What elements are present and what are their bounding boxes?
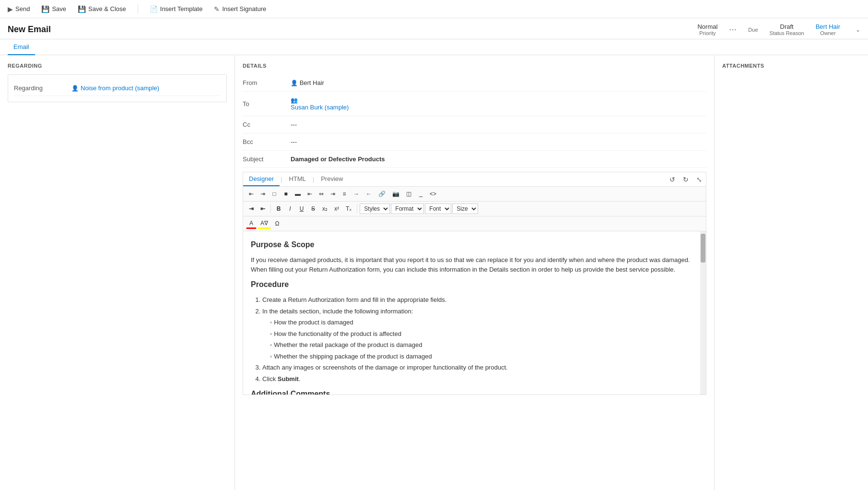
from-label: From xyxy=(243,79,291,86)
regarding-link-text: Noise from product (sample) xyxy=(81,84,159,92)
header-chevron-icon[interactable]: ⌄ xyxy=(856,26,860,33)
editor-scrollbar[interactable] xyxy=(700,231,706,394)
fmt-btn-2[interactable]: ⇥ xyxy=(258,189,268,199)
step2: In the details section, include the foll… xyxy=(262,307,698,361)
fmt-underline[interactable]: U xyxy=(296,203,307,214)
to-contact-icon: 👥 xyxy=(291,97,298,104)
bcc-label: Bcc xyxy=(243,138,291,145)
toolbar-separator xyxy=(138,4,138,14)
save-close-button[interactable]: 💾 Save & Close xyxy=(76,4,128,14)
editor-actions: ↺ ↻ ⤡ xyxy=(668,175,706,184)
fmt-subscript[interactable]: x₂ xyxy=(319,203,330,214)
editor-tab-preview[interactable]: Preview xyxy=(315,172,349,186)
status-meta: Draft Status Reason xyxy=(770,23,804,36)
editor-scroll-area: Purpose & Scope If you receive damaged p… xyxy=(243,231,706,394)
send-icon: ▶ xyxy=(8,5,13,13)
fmt-strikethrough[interactable]: S xyxy=(308,203,318,214)
step1: Create a Return Authorization form and f… xyxy=(262,295,698,305)
fmt-btn-link[interactable]: 🔗 xyxy=(375,189,388,199)
size-select[interactable]: Size xyxy=(452,203,478,214)
scrollbar-thumb[interactable] xyxy=(701,234,705,263)
fmt-omega[interactable]: Ω xyxy=(272,218,282,229)
tab-email[interactable]: Email xyxy=(8,39,35,55)
bullet1: How the product is damaged xyxy=(270,318,698,327)
redo-button[interactable]: ↻ xyxy=(681,175,691,184)
main-content: REGARDING Regarding 👤 Noise from product… xyxy=(0,55,868,490)
fmt-btn-outdent[interactable]: ← xyxy=(363,189,375,199)
regarding-link[interactable]: 👤 Noise from product (sample) xyxy=(71,84,221,92)
bcc-value[interactable]: --- xyxy=(291,138,706,145)
bcc-field-row: Bcc --- xyxy=(243,133,706,151)
regarding-field-row: Regarding 👤 Noise from product (sample) xyxy=(14,81,221,96)
undo-button[interactable]: ↺ xyxy=(668,175,677,184)
fmt-btn-html[interactable]: <> xyxy=(427,189,439,199)
fmt-btn-indent[interactable]: → xyxy=(351,189,362,199)
to-value[interactable]: 👥 Susan Burk (sample) xyxy=(291,96,706,111)
more-options-button[interactable]: ⋯ xyxy=(729,25,737,34)
regarding-field-label: Regarding xyxy=(14,84,71,92)
top-toolbar: ▶ Send 💾 Save 💾 Save & Close 📄 Insert Te… xyxy=(0,0,868,18)
format-select[interactable]: Format xyxy=(391,203,424,214)
subject-text: Damaged or Defective Products xyxy=(291,155,385,163)
cc-field-row: Cc --- xyxy=(243,116,706,133)
status-label: Status Reason xyxy=(770,30,804,36)
editor-tab-sep2: | xyxy=(312,176,315,183)
expand-button[interactable]: ⤡ xyxy=(694,175,704,184)
editor-tab-html[interactable]: HTML xyxy=(283,172,311,186)
send-label: Send xyxy=(15,5,30,12)
fmt-btn-5[interactable]: ▬ xyxy=(292,189,304,199)
regarding-field-value: 👤 Noise from product (sample) xyxy=(71,84,221,92)
fmt-font-color[interactable]: A xyxy=(246,218,257,229)
to-link[interactable]: Susan Burk (sample) xyxy=(291,104,706,111)
fmt-superscript[interactable]: x² xyxy=(331,203,342,214)
fmt-italic[interactable]: I xyxy=(285,203,295,214)
save-close-label: Save & Close xyxy=(88,5,126,12)
insert-signature-button[interactable]: ✎ Insert Signature xyxy=(212,4,268,14)
fmt-sep-2 xyxy=(357,204,357,213)
fmt-btn-align-left[interactable]: ⇤ xyxy=(305,189,315,199)
fmt-btn-3[interactable]: □ xyxy=(269,189,280,199)
fmt-btn-1[interactable]: ⇤ xyxy=(246,189,257,199)
fmt-btn-align-right[interactable]: ⇥ xyxy=(328,189,338,199)
send-button[interactable]: ▶ Send xyxy=(6,4,32,14)
from-person-icon: 👤 xyxy=(291,80,298,86)
save-label: Save xyxy=(52,5,66,12)
format-toolbar-row2: A A∇ Ω xyxy=(243,216,706,231)
format-toolbar-icons: ⇤ ⇥ □ ■ ▬ ⇤ ⇔ ⇥ ≡ → ← 🔗 📷 ◫ ⎯ <> xyxy=(243,187,706,202)
fmt-sep-1 xyxy=(270,204,271,213)
priority-meta: Normal Priority xyxy=(697,23,717,36)
cc-value[interactable]: --- xyxy=(291,121,706,128)
subject-field-row: Subject Damaged or Defective Products xyxy=(243,151,706,168)
fmt-btn-image[interactable]: 📷 xyxy=(389,189,402,199)
fmt-bold[interactable]: B xyxy=(273,203,284,214)
signature-icon: ✎ xyxy=(214,5,220,13)
fmt-btn-hr[interactable]: ⎯ xyxy=(415,189,426,199)
step3: Attach any images or screenshots of the … xyxy=(262,363,698,372)
owner-link[interactable]: Bert Hair xyxy=(816,23,840,30)
insert-template-button[interactable]: 📄 Insert Template xyxy=(148,4,205,14)
save-button[interactable]: 💾 Save xyxy=(39,4,68,14)
email-body[interactable]: Purpose & Scope If you receive damaged p… xyxy=(243,231,706,394)
fmt-btn-justify[interactable]: ≡ xyxy=(339,189,350,199)
font-select[interactable]: Font xyxy=(425,203,451,214)
bullet-list: How the product is damaged How the funct… xyxy=(262,318,698,361)
styles-select[interactable]: Styles xyxy=(360,203,390,214)
step4-prefix: Click xyxy=(262,375,278,382)
body-paragraph1: If you receive damaged products, it is i… xyxy=(251,255,698,274)
to-name: Susan Burk (sample) xyxy=(291,104,349,111)
fmt-btn-table[interactable]: ◫ xyxy=(403,189,414,199)
to-field-row: To 👥 Susan Burk (sample) xyxy=(243,92,706,116)
editor-tab-designer[interactable]: Designer xyxy=(243,172,280,186)
insert-template-label: Insert Template xyxy=(160,5,203,12)
editor-tab-sep1: | xyxy=(280,176,283,183)
fmt-clear-format[interactable]: Tₓ xyxy=(343,203,354,214)
regarding-panel: REGARDING Regarding 👤 Noise from product… xyxy=(0,55,235,490)
fmt-increase-indent[interactable]: ⇥ xyxy=(246,203,257,214)
fmt-btn-4[interactable]: ■ xyxy=(281,189,291,199)
from-name: Bert Hair xyxy=(300,79,324,86)
fmt-highlight-color[interactable]: A∇ xyxy=(258,218,271,229)
page-header: New Email Normal Priority ⋯ Due Draft St… xyxy=(0,18,868,39)
fmt-decrease-indent[interactable]: ⇤ xyxy=(258,203,268,214)
fmt-btn-align-center[interactable]: ⇔ xyxy=(316,189,327,199)
due-meta: Due xyxy=(748,27,758,33)
